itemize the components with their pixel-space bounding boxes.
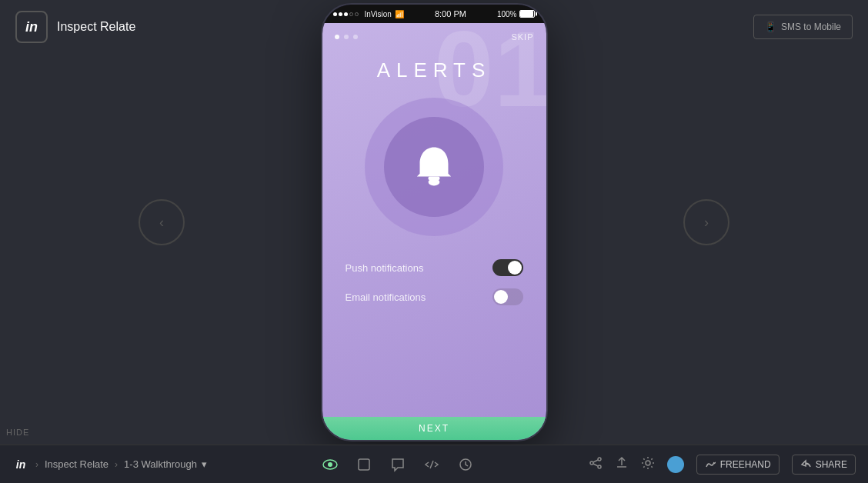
svg-point-1: [429, 178, 440, 185]
share-icon: [800, 459, 811, 470]
code-icon: [424, 457, 439, 472]
toolbar-center-tools: [322, 457, 473, 472]
breadcrumb-separator-2: ›: [115, 459, 118, 470]
invision-logo-small: in: [12, 456, 29, 473]
chevron-right-icon: ›: [704, 215, 709, 231]
sms-to-mobile-button[interactable]: 📱 SMS to Mobile: [753, 15, 853, 39]
history-tool-button[interactable]: [458, 457, 473, 472]
breadcrumb-walkthrough[interactable]: 1-3 Walkthrough ▾: [124, 458, 207, 470]
next-label: NEXT: [419, 423, 449, 434]
email-notifications-toggle[interactable]: [492, 288, 523, 305]
svg-rect-4: [359, 459, 369, 470]
frame-tool-button[interactable]: [356, 457, 372, 472]
breadcrumb-separator-1: ›: [35, 459, 38, 470]
svg-point-6: [598, 458, 601, 461]
gear-icon: [641, 456, 655, 470]
frame-icon: [356, 457, 372, 472]
app-title: Inspect Relate: [57, 20, 135, 34]
bell-outer-ring: [365, 98, 503, 236]
screen-title: ALERTS: [322, 58, 546, 82]
phone-outer-shell: InVision 📶 8:00 PM 100% 01: [321, 3, 548, 441]
preview-tool-button[interactable]: [322, 457, 338, 472]
previous-screen-button[interactable]: ‹: [139, 199, 185, 245]
share-button[interactable]: SHARE: [792, 455, 856, 475]
mobile-icon: 📱: [765, 22, 776, 32]
upload-button[interactable]: [615, 456, 629, 473]
share-label: SHARE: [816, 459, 847, 470]
next-screen-button[interactable]: ›: [683, 199, 729, 245]
header: in Inspect Relate 📱 SMS to Mobile: [0, 0, 868, 54]
toggle-knob: [508, 261, 522, 275]
comment-tool-button[interactable]: [390, 457, 406, 472]
code-tool-button[interactable]: [424, 457, 439, 472]
bottom-toolbar: in › Inspect Relate › 1-3 Walkthrough ▾: [0, 445, 868, 483]
settings-button[interactable]: [641, 456, 655, 473]
canvas-area: ‹ InVision 📶 8:00 PM: [0, 0, 868, 445]
push-notifications-label: Push notifications: [346, 262, 424, 274]
svg-line-10: [593, 464, 598, 466]
freehand-label: FREEHAND: [720, 459, 771, 470]
svg-line-9: [593, 460, 598, 462]
svg-point-3: [328, 462, 332, 467]
svg-point-11: [646, 461, 650, 465]
phone-screen: 01 SKIP ALERTS: [322, 23, 546, 440]
breadcrumb-inspect-relate[interactable]: Inspect Relate: [45, 458, 108, 470]
user-avatar[interactable]: [667, 456, 684, 473]
upload-icon: [615, 456, 629, 470]
freehand-button[interactable]: FREEHAND: [696, 455, 780, 475]
share-nodes-button[interactable]: [589, 456, 603, 473]
email-notifications-label: Email notifications: [346, 291, 426, 303]
push-notifications-toggle[interactable]: [492, 259, 523, 276]
chat-icon: [390, 457, 406, 472]
bell-illustration: [322, 98, 546, 236]
chevron-left-icon: ‹: [159, 215, 164, 231]
svg-point-8: [590, 461, 593, 465]
logo-area: in Inspect Relate: [15, 11, 135, 43]
eye-icon: [322, 457, 338, 472]
next-button[interactable]: NEXT: [322, 417, 546, 440]
notification-settings: Push notifications Email notifications: [322, 236, 546, 305]
push-notifications-row: Push notifications: [346, 259, 523, 276]
svg-point-7: [598, 465, 601, 468]
freehand-icon: [705, 459, 716, 470]
email-notifications-row: Email notifications: [346, 288, 523, 305]
bell-icon: [411, 144, 457, 190]
hide-label[interactable]: HIDE: [0, 425, 35, 440]
phone-mockup: InVision 📶 8:00 PM 100% 01: [321, 3, 548, 441]
invision-logo: in: [15, 11, 48, 43]
breadcrumb: in › Inspect Relate › 1-3 Walkthrough ▾: [12, 456, 207, 473]
share-nodes-icon: [589, 456, 603, 470]
toolbar-right-actions: FREEHAND SHARE: [589, 455, 856, 475]
bell-inner-circle: [384, 117, 484, 217]
toggle-knob: [494, 290, 508, 304]
clock-icon: [458, 457, 473, 472]
dropdown-arrow: ▾: [202, 458, 207, 470]
